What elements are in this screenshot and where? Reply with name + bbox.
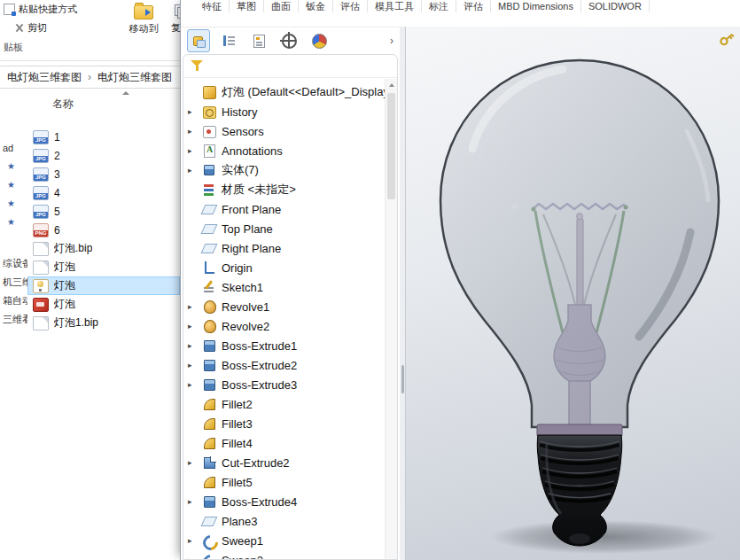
sidebar-item[interactable]: 机三维 <box>0 273 27 292</box>
feature-icon <box>202 144 216 158</box>
featuremanager-tree-tab[interactable] <box>187 29 210 52</box>
tree-item[interactable]: Top Plane <box>183 219 386 238</box>
tree-item[interactable]: Plane3 <box>183 511 386 531</box>
dimxpertmanager-tab[interactable] <box>277 29 300 52</box>
file-list: JPG 1 JPG 2 JPG 3 JPG 4 JPG 5 <box>27 115 180 560</box>
tree-item-label: Sweep2 <box>222 554 263 560</box>
expand-arrow-icon[interactable] <box>183 323 200 331</box>
tree-item[interactable]: Right Plane <box>183 238 386 258</box>
sidebar-item[interactable] <box>0 157 27 175</box>
tree-item[interactable]: History <box>183 102 386 121</box>
bulb-3d-model <box>405 27 740 560</box>
command-tab[interactable]: 草图 <box>230 0 264 12</box>
expand-arrow-icon[interactable] <box>183 556 200 560</box>
tree-item[interactable]: Revolve2 <box>183 316 386 336</box>
file-row[interactable]: 灯泡 <box>27 295 180 314</box>
column-header-name[interactable]: 名称 <box>27 94 180 113</box>
sidebar-item[interactable] <box>0 231 27 254</box>
paste-shortcut-icon <box>4 4 15 15</box>
configurationmanager-tab[interactable] <box>247 29 270 52</box>
expand-arrow-icon[interactable] <box>183 498 200 506</box>
file-row[interactable]: 灯泡.bip <box>27 239 180 258</box>
expand-arrow-icon[interactable] <box>183 167 200 175</box>
displaymanager-tab[interactable] <box>308 29 331 52</box>
panel-splitter[interactable] <box>400 27 406 560</box>
file-row[interactable]: PNG 6 <box>27 221 180 239</box>
expand-arrow-icon[interactable] <box>183 537 200 545</box>
breadcrumb-segment[interactable]: 电灯炮三维套图 <box>97 70 172 85</box>
propertymanager-tab[interactable] <box>217 29 240 52</box>
command-tab[interactable]: 曲面 <box>264 0 299 12</box>
tree-item[interactable]: Boss-Extrude1 <box>183 336 386 355</box>
tree-item[interactable]: Boss-Extrude4 <box>183 492 386 511</box>
sidebar-item[interactable] <box>0 175 27 194</box>
sidebar-item[interactable] <box>0 213 27 231</box>
file-row[interactable]: 灯泡1.bip <box>27 314 180 332</box>
tree-item[interactable]: Fillet2 <box>183 394 386 414</box>
expand-arrow-icon[interactable] <box>183 342 200 350</box>
filter-funnel-icon[interactable] <box>191 60 203 72</box>
command-tab[interactable]: 模具工具 <box>368 0 422 12</box>
sidebar-item[interactable]: ad <box>0 138 27 157</box>
dimxpert-target-icon <box>282 34 297 49</box>
command-tab[interactable]: SOLIDWOR <box>581 0 650 12</box>
expand-arrow-icon[interactable] <box>183 362 200 369</box>
file-row[interactable]: JPG 5 <box>27 202 180 221</box>
file-name: 5 <box>54 206 60 218</box>
paste-shortcut-button[interactable]: 粘贴快捷方式 <box>4 3 77 16</box>
tree-root-item[interactable]: 灯泡 (Default<<Default>_Display <box>183 82 386 102</box>
tree-item[interactable]: Sweep1 <box>183 531 386 550</box>
expand-arrow-icon[interactable] <box>183 381 200 389</box>
expand-arrow-icon[interactable] <box>183 108 200 116</box>
move-to-button[interactable]: 移动到 <box>124 3 163 56</box>
tree-item[interactable]: Revolve1 <box>183 297 386 316</box>
sidebar-item[interactable] <box>0 194 27 213</box>
tree-scrollbar[interactable] <box>385 79 397 559</box>
sidebar-item[interactable]: 箱自动 <box>0 292 27 310</box>
expand-arrow-icon[interactable] <box>183 147 200 155</box>
tree-item[interactable]: Sensors <box>183 121 386 141</box>
tree-item[interactable]: Front Plane <box>183 199 386 219</box>
command-tab[interactable]: MBD Dimensions <box>491 0 581 12</box>
command-tab[interactable]: 特征 <box>195 0 230 12</box>
breadcrumb-segment[interactable]: 电灯炮三维套图 <box>7 70 97 85</box>
tree-item[interactable]: Sweep2 <box>183 550 386 559</box>
3d-viewport[interactable] <box>405 27 740 560</box>
tree-item[interactable]: Boss-Extrude3 <box>183 375 386 394</box>
tree-filter-input[interactable] <box>209 59 390 74</box>
file-row[interactable]: JPG 2 <box>27 146 180 165</box>
tree-item-label: Plane3 <box>222 515 257 528</box>
command-tab[interactable]: 评估 <box>333 0 368 12</box>
file-row[interactable]: JPG 1 <box>27 128 180 146</box>
panel-expand-chevron-icon[interactable]: › <box>390 35 393 46</box>
tree-item[interactable]: Annotations <box>183 141 386 160</box>
tree-item[interactable]: Fillet3 <box>183 414 386 433</box>
file-row[interactable]: 灯泡 <box>27 276 180 295</box>
expand-arrow-icon[interactable] <box>183 303 200 311</box>
tree-item[interactable]: 实体(7) <box>183 160 386 180</box>
sort-ascending-icon[interactable] <box>122 91 129 95</box>
tree-item[interactable]: 材质 <未指定> <box>183 180 386 199</box>
command-tab[interactable]: 评估 <box>456 0 491 12</box>
scroll-up-icon[interactable] <box>386 79 397 90</box>
sidebar-item[interactable]: 综设备 <box>0 254 27 273</box>
command-tab[interactable]: 钣金 <box>299 0 333 12</box>
file-row[interactable]: JPG 4 <box>27 183 180 202</box>
tree-item[interactable]: Sketch1 <box>183 277 386 297</box>
scrollbar-thumb[interactable] <box>387 93 395 199</box>
tree-item[interactable]: Boss-Extrude2 <box>183 355 386 375</box>
copy-to-button[interactable]: 复制 <box>161 3 180 56</box>
file-row[interactable]: 灯泡 <box>27 258 180 276</box>
file-type-icon <box>33 298 49 312</box>
splitter-grip[interactable] <box>401 365 404 393</box>
command-tab[interactable]: 标注 <box>422 0 456 12</box>
tree-item[interactable]: Cut-Extrude2 <box>183 453 386 472</box>
expand-arrow-icon[interactable] <box>183 459 200 467</box>
sidebar-item[interactable]: 三维看 <box>0 310 27 329</box>
file-row[interactable]: JPG 3 <box>27 165 180 183</box>
tree-item[interactable]: Fillet4 <box>183 433 386 453</box>
tree-item[interactable]: Fillet5 <box>183 472 386 492</box>
expand-arrow-icon[interactable] <box>183 128 200 136</box>
cut-button[interactable]: 剪切 <box>14 21 47 35</box>
tree-item[interactable]: Origin <box>183 258 386 277</box>
